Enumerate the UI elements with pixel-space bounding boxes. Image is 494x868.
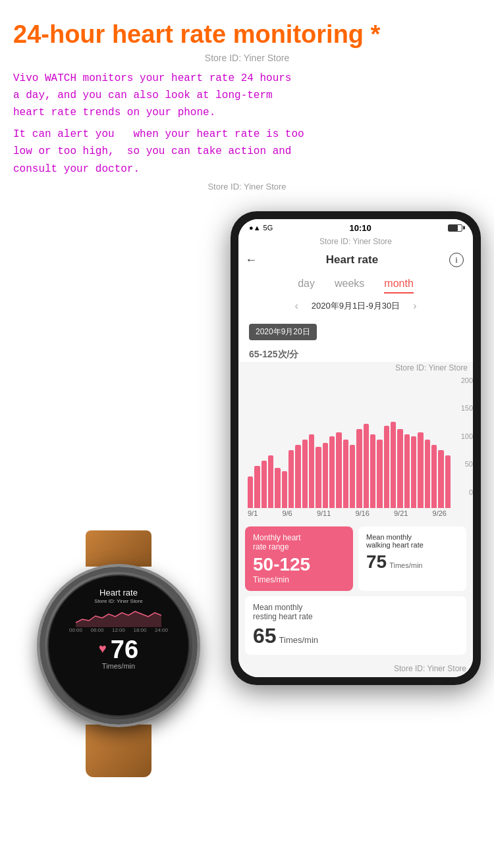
date-range: 2020年9月1日-9月30日	[312, 300, 400, 312]
chart-bar	[248, 476, 253, 508]
stat3-unit: Times/min	[279, 635, 318, 645]
phone-mockup: ●▲ 5G 10:10 Store ID: Yiner Store ← He	[231, 211, 481, 685]
chart-bar	[364, 424, 369, 508]
store-id-mid: Store ID: Yiner Store	[13, 182, 481, 191]
watch-container: Heart rate Store ID: Yiner Store 00:00 0…	[13, 530, 224, 777]
chart-bar	[323, 443, 328, 508]
chart-bar	[336, 432, 341, 508]
image-section: ●▲ 5G 10:10 Store ID: Yiner Store ← He	[13, 211, 481, 804]
chart-store-overlay: Store ID: Yiner Store	[238, 362, 473, 374]
heart-unit: 次/分	[278, 349, 299, 359]
watch-store-label: Store ID: Yiner Store	[94, 598, 142, 604]
stat2-value: 75	[366, 551, 387, 573]
svg-marker-0	[76, 611, 161, 627]
chart-bar	[425, 440, 430, 508]
stat1-value: 50-125	[253, 554, 345, 575]
phone-screen: ●▲ 5G 10:10 Store ID: Yiner Store ← He	[238, 219, 473, 677]
chart-bar	[295, 445, 300, 508]
tab-day[interactable]: day	[298, 278, 315, 294]
tab-month[interactable]: month	[384, 278, 413, 294]
chart-bar	[431, 445, 437, 508]
phone-store-overlay: Store ID: Yiner Store	[238, 236, 473, 247]
store-id-header: Store ID: Yiner Store	[13, 53, 481, 63]
phone-header-title: Heart rate	[326, 253, 378, 267]
chart-bar	[343, 440, 348, 508]
description-para2: It can alert you when your heart rate is…	[13, 126, 481, 178]
chart-bar	[397, 429, 402, 508]
chart-area: 2020年9月20日 65-125次/分	[238, 317, 473, 362]
chart-bar	[254, 466, 260, 508]
chart-bar	[445, 455, 451, 508]
next-date-button[interactable]: ›	[413, 300, 416, 312]
x-axis: 9/1 9/6 9/11 9/16 9/21 9/26	[238, 508, 473, 520]
prev-date-button[interactable]: ‹	[294, 300, 298, 312]
main-title: 24-hour heart rate monitoring *	[13, 20, 481, 50]
stat3-value: 65	[253, 624, 277, 648]
info-icon: i	[455, 255, 458, 265]
store-bottom-overlay: Store ID: Yiner Store	[238, 661, 473, 677]
chart-bar	[288, 450, 294, 508]
heart-range-value: 65-125次/分	[249, 342, 462, 362]
chart-bar	[316, 447, 321, 508]
chart-bar	[356, 429, 362, 508]
watch-chart	[76, 606, 161, 627]
chart-bar	[275, 468, 280, 508]
y-axis: 200 150 100 50 0	[454, 376, 473, 508]
chart-bar	[404, 434, 410, 508]
description-para1: Vivo WATCH monitors your heart rate 24 h…	[13, 70, 481, 122]
chart-bar	[391, 422, 396, 508]
stat1-label: Monthly heart rate range	[253, 533, 345, 551]
watch-bpm: 76	[111, 637, 138, 662]
stat-card-range: Monthly heart rate range 50-125 Times/mi…	[245, 526, 353, 591]
stat-card-walking: Mean monthly walking heart rate 75 Times…	[358, 526, 466, 591]
stats-row: Monthly heart rate range 50-125 Times/mi…	[238, 520, 473, 591]
date-detail-label: 2020年9月20日	[249, 324, 317, 340]
tab-bar: day weeks month	[238, 272, 473, 296]
status-left: ●▲ 5G	[249, 224, 273, 232]
stat2-label: Mean monthly walking heart rate	[366, 533, 458, 549]
info-button[interactable]: i	[449, 253, 464, 267]
status-bar: ●▲ 5G 10:10	[238, 219, 473, 236]
battery-icon	[448, 224, 462, 232]
stat2-unit: Times/min	[389, 561, 422, 569]
chart-bar	[261, 461, 267, 508]
page-container: 24-hour heart rate monitoring * Store ID…	[0, 0, 494, 830]
chart-bar	[282, 471, 287, 508]
stats-row2: Mean monthly resting heart rate 65 Times…	[238, 591, 473, 661]
chart-bar	[268, 455, 273, 508]
stat-card-resting: Mean monthly resting heart rate 65 Times…	[245, 596, 466, 655]
date-nav: ‹ 2020年9月1日-9月30日 ›	[238, 296, 473, 317]
stat1-unit: Times/min	[253, 575, 345, 584]
chart-graph: 200 150 100 50 0	[238, 376, 473, 508]
chart-bar	[302, 440, 308, 508]
chart-bar	[329, 436, 335, 508]
chart-bar	[384, 426, 389, 508]
phone-header: ← Heart rate i	[238, 247, 473, 272]
chart-bar	[377, 440, 382, 508]
chart-bar	[418, 432, 423, 508]
tab-weeks[interactable]: weeks	[335, 278, 364, 294]
status-right	[448, 224, 462, 232]
chart-bar	[370, 434, 375, 508]
chart-bar	[309, 434, 314, 508]
chart-bar	[438, 450, 443, 508]
signal-indicator: ●▲	[249, 224, 261, 232]
stat3-label: Mean monthly resting heart rate	[253, 603, 458, 621]
signal-text: 5G	[263, 224, 273, 232]
watch-bpm-unit: Times/min	[102, 662, 135, 670]
status-time: 10:10	[349, 223, 371, 233]
watch-title: Heart rate	[99, 588, 138, 598]
back-button[interactable]: ←	[248, 253, 255, 267]
heart-icon: ♥	[99, 642, 107, 657]
bars-container	[245, 390, 453, 508]
chart-bar	[350, 445, 355, 508]
chart-bar	[411, 436, 416, 508]
